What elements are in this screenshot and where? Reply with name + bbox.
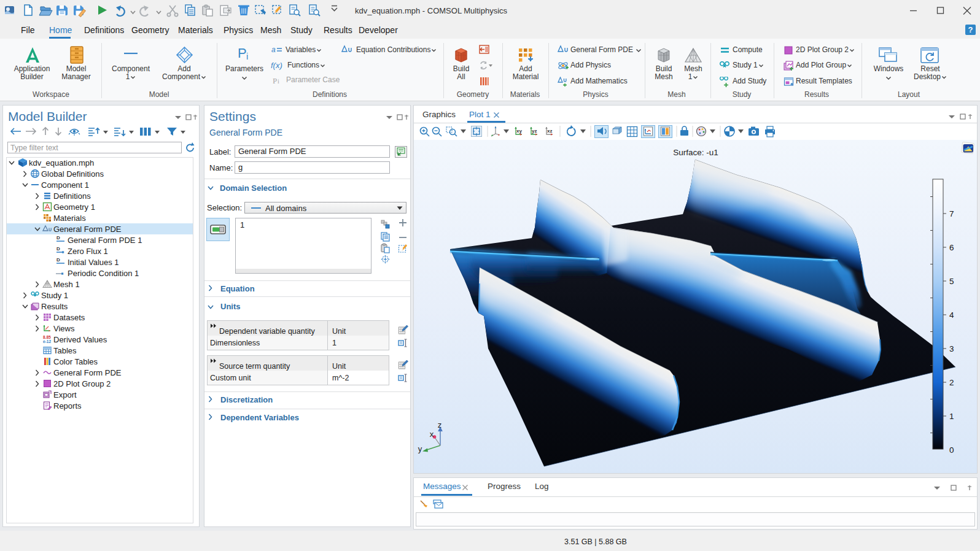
svg-text:P: P [238, 45, 247, 61]
svg-text:y: y [418, 444, 422, 453]
svg-text:D: D [56, 246, 60, 252]
svg-text:yz: yz [532, 128, 537, 134]
svg-text:P: P [273, 76, 277, 85]
svg-text:x: x [430, 430, 434, 439]
svg-text:i: i [278, 78, 279, 85]
svg-text:2: 2 [949, 378, 954, 387]
svg-text:f(x): f(x) [271, 61, 282, 70]
svg-text:6: 6 [949, 243, 954, 252]
svg-text:D: D [56, 235, 60, 241]
svg-text:8.85: 8.85 [43, 335, 51, 339]
svg-text:7: 7 [949, 209, 954, 218]
svg-text:xz: xz [547, 128, 552, 134]
svg-text:D: D [56, 257, 60, 263]
svg-text:xy: xy [516, 128, 522, 134]
svg-text:a: a [271, 45, 276, 54]
svg-text:i: i [246, 51, 248, 61]
svg-text:3: 3 [949, 344, 954, 353]
svg-text:z: z [438, 420, 442, 430]
svg-text:0: 0 [949, 445, 954, 455]
svg-text:1: 1 [949, 412, 954, 421]
svg-text:4: 4 [949, 310, 954, 320]
svg-text:Surface: -u1: Surface: -u1 [673, 148, 718, 157]
svg-text:e-12: e-12 [43, 339, 51, 344]
svg-text:5: 5 [949, 277, 954, 286]
